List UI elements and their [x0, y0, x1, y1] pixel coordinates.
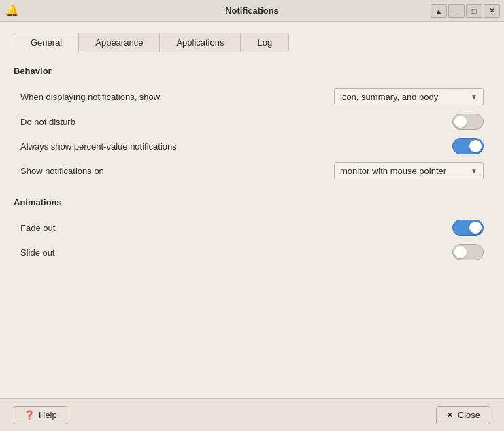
help-icon: ❓: [24, 410, 35, 420]
fade-out-thumb: [469, 222, 482, 234]
close-icon: ✕: [446, 410, 454, 420]
slide-out-thumb: [454, 246, 467, 258]
show-on-value: monitor with mouse pointer: [340, 166, 446, 176]
dropdown-arrow-icon: ▼: [471, 93, 477, 101]
fade-out-track: [452, 220, 484, 236]
bell-icon: 🔔: [5, 4, 19, 17]
display-mode-label: When displaying notifications, show: [20, 92, 160, 102]
fade-out-row: Fade out: [14, 216, 490, 240]
do-not-disturb-track: [452, 114, 484, 130]
do-not-disturb-row: Do not disturb: [14, 109, 490, 134]
slide-out-row: Slide out: [14, 240, 490, 264]
fade-out-label: Fade out: [20, 223, 55, 233]
tab-log[interactable]: Log: [241, 33, 289, 52]
close-label: Close: [458, 410, 480, 420]
fade-out-toggle[interactable]: [452, 220, 484, 236]
display-mode-dropdown[interactable]: icon, summary, and body ▼: [334, 88, 484, 105]
show-percent-label: Always show percent-value notifications: [20, 141, 177, 152]
tab-general[interactable]: General: [14, 33, 79, 52]
show-on-label: Show notifications on: [20, 166, 104, 176]
close-window-button[interactable]: ✕: [484, 4, 500, 18]
show-on-row: Show notifications on monitor with mouse…: [14, 158, 490, 184]
show-percent-thumb: [469, 140, 482, 152]
show-on-arrow-icon: ▼: [471, 167, 477, 175]
animations-title: Animations: [14, 197, 490, 207]
minimize-button[interactable]: —: [448, 4, 465, 18]
slide-out-track: [452, 244, 484, 260]
behavior-title: Behavior: [14, 66, 490, 76]
titlebar: 🔔 Notifications ▲ — □ ✕: [0, 0, 504, 22]
slide-out-toggle[interactable]: [452, 244, 484, 260]
show-percent-toggle[interactable]: [452, 138, 484, 154]
footer: ❓ Help ✕ Close: [0, 398, 504, 431]
maximize-button[interactable]: □: [466, 4, 482, 18]
do-not-disturb-label: Do not disturb: [20, 117, 75, 127]
help-button[interactable]: ❓ Help: [14, 406, 67, 424]
behavior-section: Behavior When displaying notifications, …: [14, 66, 490, 184]
help-label: Help: [39, 410, 57, 420]
display-mode-value: icon, summary, and body: [340, 92, 438, 102]
tab-applications[interactable]: Applications: [160, 33, 241, 52]
tab-appearance[interactable]: Appearance: [79, 33, 160, 52]
show-percent-row: Always show percent-value notifications: [14, 134, 490, 158]
animations-section: Animations Fade out Slide out: [14, 197, 490, 264]
chevron-up-button[interactable]: ▲: [431, 4, 447, 18]
tab-bar: General Appearance Applications Log: [14, 33, 490, 52]
main-content: General Appearance Applications Log Beha…: [0, 22, 504, 398]
display-mode-row: When displaying notifications, show icon…: [14, 84, 490, 109]
close-button[interactable]: ✕ Close: [436, 406, 490, 424]
window-title: Notifications: [0, 5, 504, 16]
show-percent-track: [452, 138, 484, 154]
do-not-disturb-thumb: [454, 116, 467, 128]
do-not-disturb-toggle[interactable]: [452, 114, 484, 130]
show-on-dropdown[interactable]: monitor with mouse pointer ▼: [334, 162, 484, 179]
slide-out-label: Slide out: [20, 247, 55, 258]
